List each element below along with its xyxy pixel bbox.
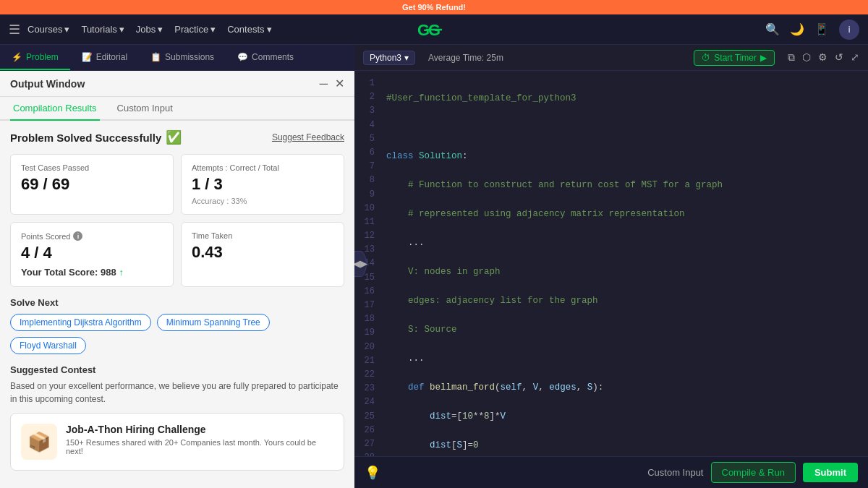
settings-icon[interactable]: ⚙ — [818, 51, 827, 64]
notification-icon[interactable]: 📱 — [814, 22, 829, 36]
compile-run-button[interactable]: Compile & Run — [711, 462, 796, 483]
promo-text: Get 90% Refund! — [402, 3, 466, 12]
points-value: 4 / 4 — [21, 244, 163, 262]
comments-tab-label: Comments — [252, 52, 294, 62]
submissions-tab-label: Submissions — [165, 52, 214, 62]
score-up-icon: ↑ — [119, 267, 124, 278]
problem-tab-label: Problem — [26, 52, 59, 62]
chevron-down-icon: ▾ — [158, 24, 163, 35]
comments-tab-icon: 💬 — [237, 52, 248, 62]
solve-next-title: Solve Next — [10, 297, 344, 308]
bottom-right: Custom Input Compile & Run Submit — [647, 462, 858, 483]
bulb-icon[interactable]: 💡 — [365, 465, 380, 481]
theme-icon[interactable]: 🌙 — [790, 22, 804, 36]
contest-name: Job-A-Thon Hiring Challenge — [66, 424, 333, 435]
points-label: Points Scored i — [21, 231, 163, 241]
fullscreen-icon[interactable]: ⤢ — [851, 51, 859, 64]
search-icon[interactable]: 🔍 — [765, 22, 780, 36]
user-avatar[interactable]: i — [839, 20, 859, 40]
contest-info: Job-A-Thon Hiring Challenge 150+ Resumes… — [66, 424, 333, 455]
code-area[interactable]: ◀▶ 12345 678910 1112131415 1617181920 21… — [354, 71, 868, 456]
points-card: Points Scored i 4 / 4 Your Total Score: … — [10, 222, 174, 287]
custom-input-tab[interactable]: Custom Input — [114, 97, 176, 121]
output-header-actions: ─ ✕ — [320, 77, 344, 90]
nav-practice[interactable]: Practice ▾ — [174, 24, 216, 35]
attempts-card: Attempts : Correct / Total 1 / 3 Accurac… — [181, 154, 344, 215]
nav-right: 🔍 🌙 📱 i — [765, 20, 859, 40]
solved-banner: Problem Solved Successfully ✅ Suggest Fe… — [10, 129, 344, 145]
chip-floyd[interactable]: Floyd Warshall — [10, 337, 86, 354]
time-taken-label: Time Taken — [192, 231, 333, 240]
chevron-down-icon: ▾ — [119, 24, 124, 35]
contest-card[interactable]: 📦 Job-A-Thon Hiring Challenge 150+ Resum… — [10, 413, 344, 471]
hamburger-icon[interactable]: ☰ — [9, 22, 20, 38]
main-nav: ☰ Courses ▾ Tutorials ▾ Jobs ▾ Practice … — [0, 14, 868, 45]
gfg-logo[interactable]: G G — [416, 20, 452, 40]
bottom-bar: 💡 Custom Input Compile & Run Submit — [354, 456, 868, 488]
attempts-label: Attempts : Correct / Total — [192, 163, 333, 172]
submit-button[interactable]: Submit — [803, 463, 858, 482]
nav-contests[interactable]: Contests ▾ — [227, 24, 271, 35]
nav-courses[interactable]: Courses ▾ — [27, 24, 69, 35]
compilation-results-tab[interactable]: Compilation Results — [10, 97, 100, 121]
chevron-down-icon: ▾ — [210, 24, 216, 35]
output-window-title: Output Window — [10, 78, 85, 90]
test-cases-card: Test Cases Passed 69 / 69 — [10, 154, 174, 215]
timer-play-icon: ▶ — [760, 53, 767, 63]
problem-tab-icon: ⚡ — [12, 52, 22, 62]
bottom-left: 💡 — [365, 465, 380, 481]
refresh-icon[interactable]: ↺ — [835, 51, 843, 64]
output-window-header: Output Window ─ ✕ — [0, 71, 354, 97]
contest-sub: 150+ Resumes shared with 20+ Companies l… — [66, 438, 333, 455]
output-content: Problem Solved Successfully ✅ Suggest Fe… — [0, 121, 354, 479]
editorial-tab-label: Editorial — [96, 52, 127, 62]
timer-icon: ⏱ — [702, 53, 710, 63]
close-button[interactable]: ✕ — [335, 77, 344, 90]
test-cases-label: Test Cases Passed — [21, 163, 163, 172]
nav-tutorials[interactable]: Tutorials ▾ — [81, 24, 124, 35]
check-circle-icon: ✅ — [166, 129, 182, 145]
test-cases-value: 69 / 69 — [21, 175, 163, 194]
expand-icon[interactable]: ⬡ — [802, 51, 811, 64]
suggest-feedback-link[interactable]: Suggest Feedback — [272, 132, 344, 142]
code-editor: 12345 678910 1112131415 1617181920 21222… — [354, 71, 868, 456]
nav-jobs[interactable]: Jobs ▾ — [136, 24, 163, 35]
contest-icon: 📦 — [21, 424, 57, 460]
chip-dijkstra[interactable]: Implementing Dijkstra Algorithm — [10, 314, 151, 331]
editorial-tab-icon: 📝 — [82, 52, 93, 62]
total-score: Your Total Score: 988 ↑ — [21, 267, 163, 278]
compilation-tabs: Compilation Results Custom Input — [0, 97, 354, 121]
right-panel: Python3 ▾ Average Time: 25m ⏱ Start Time… — [354, 45, 868, 456]
tab-comments[interactable]: 💬 Comments — [226, 45, 305, 70]
copy-icon[interactable]: ⧉ — [788, 51, 795, 64]
editor-icons: ⧉ ⬡ ⚙ ↺ ⤢ — [788, 51, 859, 64]
info-icon[interactable]: i — [73, 231, 82, 241]
chevron-down-icon: ▾ — [64, 24, 69, 35]
solve-next-chips: Implementing Dijkstra Algorithm Minimum … — [10, 314, 344, 354]
solved-text: Problem Solved Successfully ✅ — [10, 129, 182, 145]
tab-editorial[interactable]: 📝 Editorial — [70, 45, 139, 70]
suggested-contest-title: Suggested Contest — [10, 364, 344, 375]
contest-desc: Based on your excellent performance, we … — [10, 380, 344, 406]
start-timer-button[interactable]: ⏱ Start Timer ▶ — [694, 50, 775, 66]
attempts-value: 1 / 3 — [192, 175, 333, 194]
time-taken-value: 0.43 — [192, 243, 333, 262]
language-selector[interactable]: Python3 ▾ — [363, 51, 415, 65]
chevron-down-icon: ▾ — [267, 24, 272, 35]
tab-submissions[interactable]: 📋 Submissions — [139, 45, 226, 70]
chip-mst[interactable]: Minimum Spanning Tree — [157, 314, 270, 331]
stats-grid: Test Cases Passed 69 / 69 Attempts : Cor… — [10, 154, 344, 287]
tab-problem[interactable]: ⚡ Problem — [0, 45, 70, 70]
lang-chevron-icon: ▾ — [404, 53, 409, 63]
minimize-button[interactable]: ─ — [320, 77, 328, 90]
editor-toolbar: Python3 ▾ Average Time: 25m ⏱ Start Time… — [354, 45, 868, 71]
time-taken-card: Time Taken 0.43 — [181, 222, 344, 287]
nav-left: Courses ▾ Tutorials ▾ Jobs ▾ Practice ▾ … — [27, 24, 272, 35]
accuracy-value: Accuracy : 33% — [192, 197, 333, 205]
promo-bar[interactable]: Get 90% Refund! — [0, 0, 868, 14]
left-panel: Output Window ─ ✕ Compilation Results Cu… — [0, 71, 354, 488]
code-content[interactable]: #User_function_template_for_python3 clas… — [380, 71, 868, 456]
avg-time-label: Average Time: 25m — [428, 53, 503, 63]
custom-input-button[interactable]: Custom Input — [647, 467, 703, 478]
problem-tabs-bar: ⚡ Problem 📝 Editorial 📋 Submissions 💬 Co… — [0, 45, 354, 71]
